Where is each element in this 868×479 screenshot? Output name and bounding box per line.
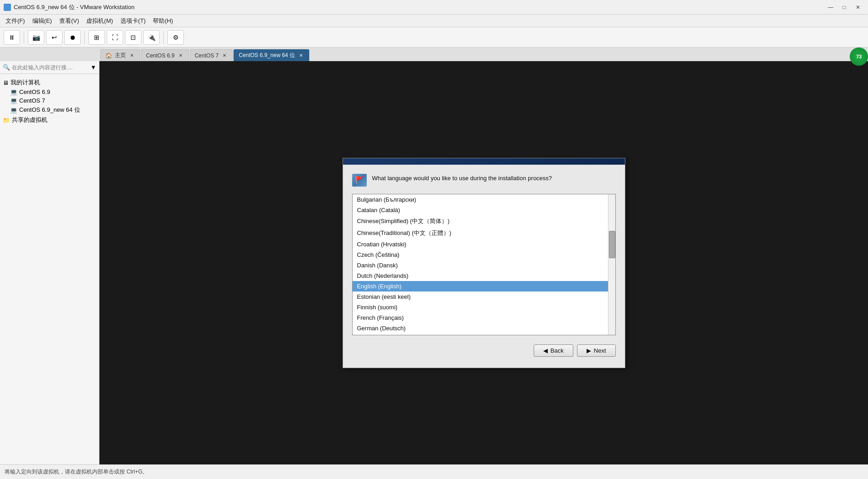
tab-home-label: 主页 [115,52,126,59]
tab-home-icon: 🏠 [105,52,112,59]
language-item[interactable]: Croatian (Hrvatski) [353,239,615,250]
language-item[interactable]: French (Français) [353,312,615,323]
back-icon: ◀ [543,347,548,354]
menu-edit[interactable]: 编辑(E) [29,15,56,27]
vm-icon-2: 💻 [10,97,17,104]
tabs-bar: 🏠 主页 ✕ CentOS 6.9 ✕ CentOS 7 ✕ CentOS 6.… [0,47,868,61]
search-input[interactable] [12,64,88,71]
language-item[interactable]: Catalan (Català) [353,205,615,215]
sidebar-centos69-label: CentOS 6.9 [19,89,50,95]
sidebar-item-centos69[interactable]: 💻 CentOS 6.9 [3,88,96,96]
sidebar-item-centos69new[interactable]: 💻 CentOS 6.9_new 64 位 [3,105,96,115]
tab-centos69-label: CentOS 6.9 [146,52,175,59]
vm-icon-1: 💻 [10,89,17,95]
sidebar-item-shared-vms[interactable]: 📁 共享的虚拟机 [3,115,96,125]
next-label: Next [594,347,606,354]
title-bar: CentOS 6.9_new 64 位 - VMware Workstation… [0,0,868,15]
language-list-container: Bulgarian (Български)Catalan (Català)Chi… [352,194,616,335]
language-item[interactable]: Estonian (eesti keel) [353,292,615,302]
main-content: 🚩 What language would you like to use du… [99,61,868,464]
maximize-button[interactable]: □ [838,2,851,12]
search-dropdown-icon[interactable]: ▼ [90,64,96,71]
toolbar-revert-btn[interactable]: ↩ [46,30,62,45]
dialog-title-row: 🚩 What language would you like to use du… [352,174,616,187]
dialog-question: What language would you like to use duri… [372,174,552,183]
toolbar-snapshot-btn[interactable]: 📷 [28,30,44,45]
language-dialog: 🚩 What language would you like to use du… [343,158,625,368]
menu-file[interactable]: 文件(F) [2,15,29,27]
tab-centos69new-label: CentOS 6.9_new 64 位 [239,52,295,59]
tab-centos69new[interactable]: CentOS 6.9_new 64 位 ✕ [234,49,309,61]
toolbar-unity-btn[interactable]: ⊡ [125,30,141,45]
window-title: CentOS 6.9_new 64 位 - VMware Workstation [14,3,135,11]
tab-centos7-label: CentOS 7 [195,52,219,59]
minimize-button[interactable]: — [824,2,837,12]
title-bar-controls: — □ ✕ [824,2,864,12]
back-label: Back [551,347,564,354]
language-item[interactable]: English (English) [353,281,615,292]
computer-icon: 🖥 [3,79,9,86]
flag-icon: 🚩 [352,174,367,187]
status-text: 将输入定向到该虚拟机，请在虚拟机内部单击或按 Ctrl+G。 [5,468,148,476]
sidebar-tree: 🖥 我的计算机 💻 CentOS 6.9 💻 CentOS 7 💻 CentOS… [0,74,99,129]
menu-view[interactable]: 查看(V) [56,15,83,27]
tab-home-close[interactable]: ✕ [129,52,135,59]
toolbar-sep-1 [24,31,24,44]
language-item[interactable]: Danish (Dansk) [353,260,615,271]
language-item[interactable]: Dutch (Nederlands) [353,271,615,281]
next-icon: ▶ [587,347,591,354]
tab-centos69new-close[interactable]: ✕ [298,52,304,59]
toolbar-view-btn[interactable]: ⊞ [88,30,105,45]
tab-centos7-close[interactable]: ✕ [221,52,228,59]
language-item[interactable]: Czech (Čeština) [353,250,615,260]
connection-badge: 73 [850,47,868,66]
language-list[interactable]: Bulgarian (Български)Catalan (Català)Chi… [353,194,615,335]
search-icon: 🔍 [3,64,10,71]
language-item[interactable]: German (Deutsch) [353,323,615,333]
toolbar-sep-3 [163,31,164,44]
language-item[interactable]: Chinese(Simplified) (中文（简体）) [353,215,615,227]
menu-tabs[interactable]: 选项卡(T) [117,15,150,27]
sidebar-item-my-computer[interactable]: 🖥 我的计算机 [3,78,96,88]
sidebar-centos7-label: CentOS 7 [19,97,45,104]
toolbar-suspend-btn[interactable]: ⏺ [64,30,81,45]
sidebar-item-centos7[interactable]: 💻 CentOS 7 [3,96,96,105]
tab-centos69-close[interactable]: ✕ [177,52,184,59]
sidebar: 🔍 ▼ 🖥 我的计算机 💻 CentOS 6.9 💻 CentOS 7 💻 Ce… [0,61,99,479]
language-item[interactable]: Finnish (suomi) [353,302,615,312]
back-button[interactable]: ◀ Back [534,344,573,357]
shared-icon: 📁 [3,117,10,124]
close-button[interactable]: ✕ [852,2,864,12]
tab-centos69[interactable]: CentOS 6.9 ✕ [141,49,189,61]
menu-vm[interactable]: 虚拟机(M) [83,15,117,27]
scrollbar-thumb [609,231,615,258]
title-bar-left: CentOS 6.9_new 64 位 - VMware Workstation [4,3,135,11]
status-bar: 将输入定向到该虚拟机，请在虚拟机内部单击或按 Ctrl+G。 [0,464,868,479]
toolbar-power-btn[interactable]: ⏸ [4,30,20,45]
sidebar-centos69new-label: CentOS 6.9_new 64 位 [19,106,80,114]
menu-help[interactable]: 帮助(H) [149,15,177,27]
menu-bar: 文件(F) 编辑(E) 查看(V) 虚拟机(M) 选项卡(T) 帮助(H) [0,15,868,27]
dialog-header-bar [343,158,625,165]
next-button[interactable]: ▶ Next [577,344,616,357]
dialog-body: 🚩 What language would you like to use du… [343,165,625,368]
vmware-icon [4,4,11,11]
toolbar-sep-2 [84,31,85,44]
toolbar-settings-btn[interactable]: ⚙ [167,30,184,45]
toolbar-fullscreen-btn[interactable]: ⛶ [107,30,123,45]
tab-home[interactable]: 🏠 主页 ✕ [100,49,140,61]
vm-icon-3: 💻 [10,107,17,114]
scrollbar[interactable] [608,194,615,335]
tab-centos7[interactable]: CentOS 7 ✕ [190,49,233,61]
language-item[interactable]: Chinese(Traditional) (中文（正體）) [353,227,615,239]
sidebar-search-bar: 🔍 ▼ [0,61,99,74]
language-item[interactable]: Bulgarian (Български) [353,194,615,205]
my-computer-label: 我的计算机 [10,78,40,87]
toolbar: ⏸ 📷 ↩ ⏺ ⊞ ⛶ ⊡ 🔌 ⚙ [0,27,868,47]
language-item[interactable]: Greek (Ελληνικά) [353,333,615,335]
dialog-buttons: ◀ Back ▶ Next [352,343,616,359]
shared-vms-label: 共享的虚拟机 [12,116,47,124]
toolbar-usb-btn[interactable]: 🔌 [143,30,160,45]
